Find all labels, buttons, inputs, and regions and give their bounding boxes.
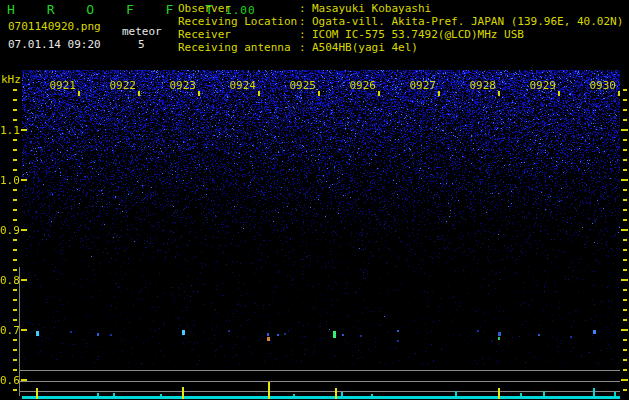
- time-tick-label: 0929: [526, 79, 556, 92]
- level-bump-spike: [341, 392, 343, 397]
- freq-minor-tick-right: [623, 149, 627, 151]
- freq-minor-tick-right: [623, 339, 627, 341]
- freq-minor-tick-left: [13, 249, 17, 251]
- info-label: Receiving Location: [178, 15, 299, 28]
- freq-major-tick-left: [21, 229, 27, 231]
- freq-minor-tick-right: [623, 369, 627, 371]
- meteor-echo-dot: [228, 330, 230, 332]
- time-tick-mark: [138, 91, 140, 96]
- time-tick-label: 0930: [586, 79, 616, 92]
- freq-minor-tick-left: [13, 309, 17, 311]
- freq-minor-tick-left: [13, 199, 17, 201]
- info-colon: :: [299, 28, 312, 41]
- meteor-echo-dot: [277, 334, 279, 336]
- freq-minor-tick-right: [623, 89, 627, 91]
- meteor-echo-dot: [477, 330, 479, 332]
- level-grid-line: [20, 370, 620, 371]
- meteor-detection-spike: [498, 388, 500, 399]
- time-tick-mark: [498, 91, 500, 96]
- freq-minor-tick-left: [13, 359, 17, 361]
- freq-major-tick-right: [621, 279, 628, 281]
- output-filename: 0701140920.png: [8, 20, 101, 33]
- meteor-echo-dot: [538, 334, 540, 336]
- level-bump-spike: [293, 394, 295, 397]
- meteor-echo-dot: [267, 333, 269, 336]
- freq-tick-label: 0.9: [0, 224, 20, 237]
- meteor-echo-dot: [182, 330, 185, 335]
- freq-minor-tick-left: [13, 189, 17, 191]
- level-grid-line: [20, 391, 620, 392]
- meteor-echo-dot: [397, 330, 399, 332]
- echo-count: 5: [138, 38, 145, 51]
- level-bump-spike: [160, 394, 162, 397]
- observation-mode-label: meteor: [122, 25, 162, 38]
- freq-minor-tick-right: [623, 209, 627, 211]
- info-label: Receiver: [178, 28, 299, 41]
- info-label: Observer: [178, 2, 299, 15]
- meteor-echo-dot: [97, 333, 99, 336]
- level-bump-spike: [614, 392, 616, 397]
- meteor-echo-dot: [333, 331, 336, 338]
- level-bump-spike: [455, 391, 457, 397]
- time-tick-label: 0922: [106, 79, 136, 92]
- signal-level-bar: [22, 396, 620, 399]
- meteor-detection-spike: [335, 388, 337, 399]
- meteor-detection-spike: [268, 382, 270, 399]
- freq-minor-tick-right: [623, 159, 627, 161]
- freq-minor-tick-right: [623, 119, 627, 121]
- freq-major-tick-right: [621, 229, 628, 231]
- freq-minor-tick-right: [623, 309, 627, 311]
- meteor-echo-dot: [36, 331, 39, 336]
- info-row-antenna: Receiving antenna:A504HB(yagi 4el): [178, 41, 623, 54]
- freq-minor-tick-right: [623, 389, 627, 391]
- observation-datetime: 07.01.14 09:20: [8, 38, 101, 51]
- info-value: Masayuki Kobayashi: [312, 2, 431, 15]
- freq-minor-tick-right: [623, 349, 627, 351]
- freq-minor-tick-left: [13, 389, 17, 391]
- time-tick-label: 0926: [346, 79, 376, 92]
- freq-minor-tick-left: [13, 349, 17, 351]
- level-bump-spike: [113, 393, 115, 397]
- frequency-unit-label: kHz: [1, 73, 21, 86]
- freq-minor-tick-left: [13, 269, 17, 271]
- meteor-echo-dot: [498, 337, 500, 340]
- meteor-echo-dot: [110, 334, 112, 336]
- meteor-echo-dot: [397, 340, 399, 342]
- freq-minor-tick-right: [623, 189, 627, 191]
- freq-minor-tick-right: [623, 289, 627, 291]
- freq-major-tick-left: [21, 329, 27, 331]
- meteor-echo-dot: [360, 335, 362, 337]
- freq-minor-tick-right: [623, 219, 627, 221]
- freq-minor-tick-left: [13, 209, 17, 211]
- info-row-observer: Observer:Masayuki Kobayashi: [178, 2, 623, 15]
- freq-minor-tick-left: [13, 109, 17, 111]
- meteor-echo-dot: [498, 332, 501, 336]
- freq-tick-label: 1.0: [0, 174, 20, 187]
- freq-tick-label: 0.8: [0, 274, 20, 287]
- time-tick-mark: [378, 91, 380, 96]
- freq-minor-tick-left: [13, 119, 17, 121]
- info-label: Receiving antenna: [178, 41, 299, 54]
- level-grid-line: [20, 381, 620, 382]
- freq-minor-tick-left: [13, 339, 17, 341]
- level-bump-spike: [97, 393, 99, 397]
- info-value: A504HB(yagi 4el): [312, 41, 418, 54]
- time-tick-label: 0924: [226, 79, 256, 92]
- level-bump-spike: [520, 393, 522, 397]
- time-tick-mark: [258, 91, 260, 96]
- level-bump-spike: [543, 391, 545, 397]
- freq-tick-label: 0.6: [0, 374, 20, 387]
- freq-minor-tick-right: [623, 109, 627, 111]
- level-bump-spike: [593, 388, 595, 397]
- freq-minor-tick-right: [623, 319, 627, 321]
- meteor-detection-spike: [36, 388, 38, 399]
- meteor-echo-dot: [284, 333, 286, 335]
- info-colon: :: [299, 2, 312, 15]
- freq-major-tick-right: [621, 379, 628, 381]
- freq-minor-tick-left: [13, 259, 17, 261]
- freq-minor-tick-right: [623, 359, 627, 361]
- time-tick-label: 0927: [406, 79, 436, 92]
- freq-minor-tick-right: [623, 99, 627, 101]
- freq-minor-tick-left: [13, 319, 17, 321]
- freq-minor-tick-right: [623, 239, 627, 241]
